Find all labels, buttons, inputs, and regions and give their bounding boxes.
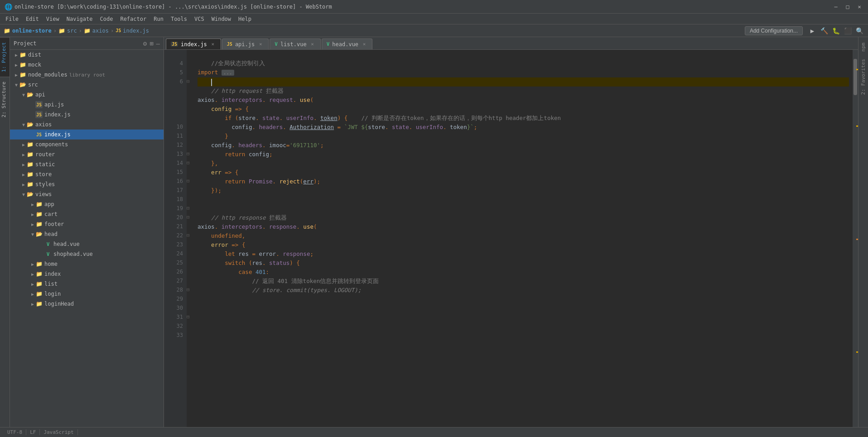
sidebar: Project ⚙ ⊞ — ▶ 📁 dist ▶ 📁 mock ▶ 📁 no [10,37,164,427]
code-line-5: //全局状态控制引入 [198,59,849,68]
tree-item-axios-index-js[interactable]: JS index.js [10,130,164,139]
breadcrumb-file[interactable]: JS index.js [116,28,149,34]
menu-edit[interactable]: Edit [22,15,43,23]
tree-item-app[interactable]: ▶ 📁 app [10,199,164,209]
menu-help[interactable]: Help [235,15,255,23]
tree-item-list[interactable]: ▶ 📁 list [10,279,164,289]
folder-icon-head: 📂 [35,231,43,238]
tab-close-list-vue[interactable]: × [309,41,316,48]
tab-index-js[interactable]: JS index.js × [166,38,221,49]
tree-item-api-js[interactable]: JS api.js [10,100,164,110]
panel-tab-project[interactable]: 1: Project [0,37,10,77]
folder-icon-api: 📂 [26,91,34,98]
menu-file[interactable]: File [2,15,22,23]
menu-refactor[interactable]: Refactor [116,15,150,23]
breadcrumb-src[interactable]: 📁 src [58,28,77,34]
folder-icon-cart: 📁 [35,211,43,218]
library-root-badge: library root [69,72,105,78]
arrow-head: ▼ [30,231,35,237]
folder-icon-axios: 📁 [84,28,91,34]
tree-item-router[interactable]: ▶ 📁 router [10,149,164,159]
breadcrumb-file-name[interactable]: index.js [123,28,149,34]
tab-api-js[interactable]: JS api.js × [222,38,269,49]
settings-icon[interactable]: ⚙ [143,40,147,47]
breadcrumb-sep3: › [111,28,114,34]
add-configuration-button[interactable]: Add Configuration... [745,26,803,35]
folder-icon-components: 📁 [26,141,34,148]
coverage-icon[interactable]: ⬛ [843,26,853,36]
tab-head-vue[interactable]: V head.vue × [322,38,372,49]
panel-tab-structure[interactable]: 2: Structure [0,77,10,122]
tab-icon-head-vue: V [327,41,330,47]
breadcrumb-axios-name[interactable]: axios [92,28,109,34]
tab-close-head-vue[interactable]: × [361,41,367,48]
tree-item-axios[interactable]: ▼ 📂 axios [10,120,164,130]
debug-icon[interactable]: 🐛 [831,26,841,36]
menu-vcs[interactable]: VCS [191,15,208,23]
code-line-24 [198,204,849,213]
tree-item-src[interactable]: ▼ 📂 src [10,80,164,90]
tab-icon-list-vue: V [275,41,278,47]
breadcrumb-src-name[interactable]: src [67,28,77,34]
breadcrumb-project-name[interactable]: online-store [12,28,52,34]
tab-label-index-js: index.js [181,41,207,48]
tree-item-api-index-js[interactable]: JS index.js [10,110,164,120]
tab-icon-index-js: JS [171,42,178,47]
tree-item-node-modules[interactable]: ▶ 📁 node_modules library root [10,70,164,80]
breadcrumb-axios[interactable]: 📁 axios [84,28,109,34]
tree-item-head-vue[interactable]: V head.vue [10,239,164,249]
collapse-icon[interactable]: — [156,40,160,47]
tree-label-store: store [35,171,52,178]
tree-item-static[interactable]: ▶ 📁 static [10,159,164,169]
breadcrumb-bar: 📁 online-store › 📁 src › 📁 axios › JS in… [0,24,868,37]
build-icon[interactable]: 🔨 [819,26,829,36]
code-line-16: } [198,132,849,141]
minimize-button[interactable]: – [832,3,840,11]
folder-icon-footer: 📁 [35,221,43,228]
tree-label-head-vue: head.vue [53,241,80,247]
menu-tools[interactable]: Tools [167,15,191,23]
tree-item-cart[interactable]: ▶ 📁 cart [10,209,164,219]
breadcrumb-project[interactable]: 📁 online-store [4,28,52,34]
code-editor[interactable]: //全局状态控制引入 import ... // http request 拦截… [194,50,853,427]
tree-item-api[interactable]: ▼ 📂 api [10,90,164,100]
tree-item-head[interactable]: ▼ 📂 head [10,229,164,239]
tab-close-api-js[interactable]: × [257,41,264,48]
tree-item-loginhead[interactable]: ▶ 📁 loginHead [10,299,164,309]
tree-label-footer: footer [44,221,64,227]
right-side-labels: npm 2: Favorites [858,37,868,427]
tree-item-mock[interactable]: ▶ 📁 mock [10,60,164,70]
maximize-button[interactable]: □ [844,3,852,11]
sidebar-tree[interactable]: ▶ 📁 dist ▶ 📁 mock ▶ 📁 node_modules libra… [10,50,164,427]
menu-window[interactable]: Window [208,15,235,23]
tab-close-index-js[interactable]: × [210,41,216,48]
tree-item-footer[interactable]: ▶ 📁 footer [10,219,164,229]
tree-item-styles[interactable]: ▶ 📁 styles [10,179,164,189]
tree-item-login[interactable]: ▶ 📁 login [10,289,164,299]
tree-item-shophead-vue[interactable]: V shophead.vue [10,249,164,259]
folder-icon-axios: 📂 [26,121,34,128]
tree-item-index[interactable]: ▶ 📁 index [10,269,164,279]
menu-view[interactable]: View [43,15,63,23]
arrow-index: ▶ [30,271,35,277]
tree-label-app: app [44,201,54,207]
tree-item-store[interactable]: ▶ 📁 store [10,169,164,179]
panel-label-npm[interactable]: npm [859,39,867,55]
menu-code[interactable]: Code [96,15,117,23]
run-icon[interactable]: ▶ [807,26,817,36]
code-line-25: // http response 拦截器 [198,213,849,222]
tree-item-components[interactable]: ▶ 📁 components [10,139,164,149]
close-button[interactable]: ✕ [855,3,863,11]
menu-navigate[interactable]: Navigate [63,15,96,23]
tab-list-vue[interactable]: V list.vue × [270,38,320,49]
tree-label-loginhead: loginHead [44,301,74,307]
tree-item-dist[interactable]: ▶ 📁 dist [10,50,164,60]
panel-label-favorites[interactable]: 2: Favorites [859,55,867,98]
tree-item-home[interactable]: ▶ 📁 home [10,259,164,269]
layout-icon[interactable]: ⊞ [149,40,153,47]
scrollbar[interactable] [853,50,858,427]
search-icon[interactable]: 🔍 [854,26,864,36]
tree-item-views[interactable]: ▼ 📂 views [10,189,164,199]
file-icon-shophead-vue: V [44,250,52,258]
menu-run[interactable]: Run [150,15,167,23]
